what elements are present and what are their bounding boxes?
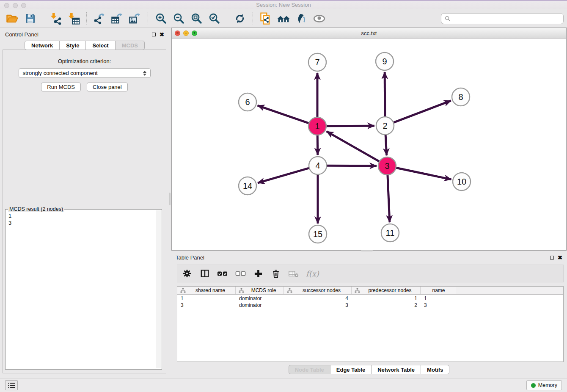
delete-table-icon (289, 270, 299, 278)
import-table-button[interactable] (65, 11, 83, 27)
maximize-view-icon[interactable]: + (192, 30, 197, 36)
float-panel-icon[interactable] (152, 33, 156, 36)
tab-style[interactable]: Style (60, 41, 86, 50)
refresh-view-button[interactable] (231, 11, 249, 27)
graph-edge-3-11[interactable] (388, 175, 390, 222)
minimize-view-icon[interactable]: − (183, 30, 189, 36)
tab-select[interactable]: Select (86, 41, 115, 50)
network-canvas[interactable]: 7968124314101511 (172, 39, 566, 250)
graph-edge-1-6[interactable] (258, 105, 309, 123)
graph-node-label: 4 (315, 161, 320, 170)
horizontal-splitter-handle[interactable] (361, 250, 373, 251)
graph-edge-3-1[interactable] (327, 131, 380, 161)
graph-node-4[interactable]: 4 (309, 157, 327, 174)
delete-table-button[interactable] (288, 267, 299, 280)
search-input[interactable] (453, 15, 560, 22)
column-header-shared-name[interactable]: shared name (177, 287, 236, 294)
create-column-button[interactable] (253, 267, 264, 280)
export-network-button[interactable] (91, 11, 108, 27)
save-session-button[interactable] (21, 11, 39, 27)
import-network-button[interactable] (47, 11, 65, 27)
float-table-panel-icon[interactable] (550, 256, 554, 259)
graph-node-6[interactable]: 6 (239, 93, 256, 111)
mcds-result-lines: 13 (6, 210, 155, 368)
graph-edge-2-9[interactable] (385, 72, 385, 117)
search-icon (445, 16, 451, 22)
table-row[interactable]: 3dominator323 (177, 302, 563, 309)
control-panel-body: Optimization criterion: strongly connect… (3, 50, 166, 373)
graph-edge-4-14[interactable] (258, 168, 309, 183)
graph-node-10[interactable]: 10 (453, 173, 471, 190)
table-panel-header: Table Panel ✖ (171, 253, 567, 262)
graph-node-11[interactable]: 11 (381, 224, 399, 242)
criterion-dropdown[interactable]: strongly connected component (19, 68, 151, 78)
show-column-panel-button[interactable] (199, 267, 210, 280)
control-panel-header: Control Panel ✖ (0, 30, 169, 39)
function-builder-button[interactable]: f(x) (306, 267, 319, 280)
status-bar: Memory (0, 378, 567, 392)
graph-node-2[interactable]: 2 (376, 117, 394, 135)
result-scrollbar[interactable] (156, 210, 161, 368)
zoom-fit-button[interactable] (187, 11, 205, 27)
close-view-icon[interactable]: × (175, 30, 180, 36)
tab-node-table[interactable]: Node Table (289, 365, 330, 374)
column-header-name[interactable]: name (421, 287, 456, 294)
graph-edge-1-4[interactable] (317, 135, 318, 155)
graph-node-3[interactable]: 3 (378, 157, 396, 175)
tab-mcds[interactable]: MCDS (116, 41, 145, 50)
graph-edge-4-3[interactable] (327, 166, 377, 166)
close-panel-button[interactable]: Close panel (87, 83, 128, 91)
table-row[interactable]: 1dominator411 (177, 295, 563, 302)
graph-node-7[interactable]: 7 (308, 53, 326, 71)
show-graphics-button[interactable] (310, 11, 328, 27)
graph-edge-3-10[interactable] (396, 168, 451, 179)
global-search[interactable] (441, 13, 564, 24)
delete-column-button[interactable] (270, 267, 281, 280)
tab-network-table[interactable]: Network Table (372, 365, 421, 374)
export-table-button[interactable] (108, 11, 126, 27)
zoom-selected-button[interactable] (205, 11, 223, 27)
run-mcds-button[interactable]: Run MCDS (41, 83, 81, 91)
table-settings-button[interactable] (182, 267, 193, 280)
graph-node-label: 1 (315, 121, 319, 131)
column-header-MCDS-role[interactable]: MCDS role (236, 287, 284, 294)
open-session-button[interactable] (3, 11, 21, 27)
zoom-in-button[interactable] (152, 11, 170, 27)
graph-edge-1-2[interactable] (326, 126, 374, 126)
table-cell: 2 (352, 302, 421, 309)
criterion-dropdown-value: strongly connected component (23, 70, 98, 76)
graph-node-15[interactable]: 15 (309, 225, 327, 243)
table-cell: 1 (177, 295, 236, 302)
vertical-splitter-handle[interactable] (169, 193, 171, 205)
graph-node-label: 2 (383, 121, 387, 130)
tab-motifs[interactable]: Motifs (421, 365, 449, 374)
select-all-columns-button[interactable] (217, 267, 228, 280)
graph-node-1[interactable]: 1 (308, 117, 326, 135)
clone-network-button[interactable] (257, 11, 275, 27)
table-cell: dominator (236, 295, 284, 302)
table-panel-tabs: Node TableEdge TableNetwork TableMotifs (171, 365, 567, 374)
graph-node-8[interactable]: 8 (452, 88, 470, 106)
zoom-out-button[interactable] (170, 11, 187, 27)
graph-edge-2-8[interactable] (394, 101, 451, 123)
close-panel-icon[interactable]: ✖ (160, 32, 164, 37)
zoom-in-icon (155, 12, 167, 25)
close-table-panel-icon[interactable]: ✖ (558, 255, 562, 260)
style-brush-button[interactable] (292, 11, 310, 27)
graph-node-14[interactable]: 14 (239, 177, 256, 195)
toolbar-separator (253, 12, 253, 25)
column-header-predecessor-nodes[interactable]: predecessor nodes (352, 287, 421, 294)
memory-button[interactable]: Memory (526, 380, 562, 390)
deselect-all-columns-button[interactable] (235, 267, 246, 280)
column-header-successor-nodes[interactable]: successor nodes (284, 287, 352, 294)
export-image-button[interactable] (126, 11, 144, 27)
graph-edge-2-3[interactable] (385, 135, 387, 155)
tab-network[interactable]: Network (25, 41, 60, 50)
gear-icon (182, 269, 192, 278)
control-panel-title: Control Panel (5, 31, 39, 38)
export-image-icon (129, 12, 141, 25)
task-history-button[interactable] (5, 380, 18, 390)
graph-node-9[interactable]: 9 (376, 52, 394, 70)
tab-edge-table[interactable]: Edge Table (330, 365, 372, 374)
double-home-button[interactable] (275, 11, 292, 27)
